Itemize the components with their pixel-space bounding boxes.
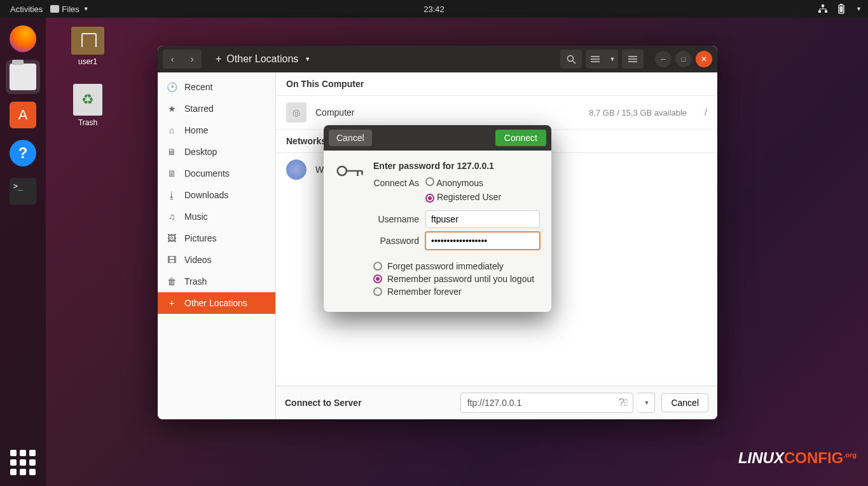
watermark-logo: LINUXCONFIG.org bbox=[738, 449, 857, 467]
view-list-button[interactable] bbox=[586, 50, 605, 69]
forward-button[interactable]: › bbox=[183, 50, 202, 69]
radio-forget[interactable] bbox=[373, 262, 382, 271]
svg-rect-1 bbox=[818, 10, 821, 13]
path-bar[interactable]: + Other Locations ▼ bbox=[209, 51, 317, 67]
sidebar-item-label: Desktop bbox=[184, 147, 217, 157]
sidebar-videos[interactable]: 🎞Videos bbox=[158, 249, 275, 271]
app-menu[interactable]: Files ▼ bbox=[46, 3, 92, 15]
trashbin-icon: 🗑 bbox=[167, 276, 177, 287]
sidebar-recent[interactable]: 🕑Recent bbox=[158, 76, 275, 98]
dialog-header: Cancel Connect bbox=[324, 125, 551, 151]
mount-point: / bbox=[705, 107, 707, 118]
connect-label: Connect to Server bbox=[285, 398, 362, 408]
radio-anonymous[interactable] bbox=[425, 177, 434, 186]
server-address-input[interactable] bbox=[461, 398, 614, 408]
view-group: ▼ bbox=[586, 50, 618, 69]
app-menu-label: Files bbox=[62, 4, 79, 14]
dock-help[interactable]: ? bbox=[6, 136, 40, 170]
document-icon: 🗎 bbox=[167, 168, 177, 179]
dock-firefox[interactable] bbox=[6, 22, 40, 56]
search-button[interactable] bbox=[560, 50, 582, 69]
sidebar-other-locations[interactable]: +Other Locations bbox=[158, 292, 275, 314]
connect-as-label: Connect As bbox=[373, 178, 419, 188]
hamburger-menu[interactable] bbox=[622, 50, 644, 69]
connect-to-server-bar: Connect to Server ?⃝ ▼ Cancel bbox=[276, 386, 717, 419]
row-label: Computer bbox=[315, 107, 354, 118]
view-options-button[interactable]: ▼ bbox=[605, 50, 618, 69]
sidebar-item-label: Documents bbox=[184, 168, 230, 179]
radio-forever[interactable] bbox=[373, 287, 382, 296]
server-address-group: ?⃝ bbox=[460, 393, 634, 413]
disk-size: 8,7 GB / 15,3 GB available bbox=[589, 108, 687, 118]
terminal-icon: >_ bbox=[10, 178, 36, 205]
password-input[interactable] bbox=[425, 232, 540, 250]
harddisk-icon: ◎ bbox=[286, 102, 307, 123]
radio-label: Remember password until you logout bbox=[387, 274, 534, 284]
download-icon: ⭳ bbox=[167, 190, 177, 200]
desktop-icon-label: Trash bbox=[62, 118, 113, 127]
server-history-button[interactable]: ▼ bbox=[637, 393, 655, 413]
password-label: Password bbox=[373, 236, 419, 246]
radio-registered[interactable] bbox=[425, 194, 434, 203]
sidebar-item-label: Music bbox=[184, 212, 208, 222]
radio-label: Forget password immediately bbox=[387, 261, 504, 271]
radio-session[interactable] bbox=[373, 274, 382, 283]
desktop-folder-user1[interactable]: user1 bbox=[62, 27, 113, 66]
sidebar-item-label: Trash bbox=[184, 276, 207, 287]
video-icon: 🎞 bbox=[167, 255, 177, 265]
picture-icon: 🖼 bbox=[167, 233, 177, 243]
svg-point-14 bbox=[338, 166, 347, 175]
home-folder-icon bbox=[71, 27, 104, 55]
clock[interactable]: 23:42 bbox=[424, 4, 444, 14]
chevron-down-icon: ▼ bbox=[83, 6, 89, 12]
files-icon-small bbox=[50, 5, 59, 13]
chevron-down-icon: ▼ bbox=[305, 56, 310, 62]
key-icon bbox=[336, 161, 364, 299]
network-globe-icon bbox=[286, 159, 307, 180]
sidebar-documents[interactable]: 🗎Documents bbox=[158, 163, 275, 184]
desktop-icon: 🖥 bbox=[167, 147, 177, 157]
help-icon[interactable]: ?⃝ bbox=[614, 397, 633, 408]
svg-rect-5 bbox=[840, 6, 843, 12]
back-button[interactable]: ‹ bbox=[163, 50, 182, 69]
svg-line-7 bbox=[573, 61, 575, 64]
svg-rect-2 bbox=[825, 10, 827, 13]
activities-button[interactable]: Activities bbox=[6, 3, 46, 15]
close-button[interactable]: ✕ bbox=[696, 51, 712, 67]
maximize-button[interactable]: □ bbox=[675, 51, 692, 67]
username-label: Username bbox=[373, 214, 419, 224]
sidebar-trash[interactable]: 🗑Trash bbox=[158, 271, 275, 292]
sidebar-music[interactable]: ♫Music bbox=[158, 206, 275, 227]
show-applications[interactable] bbox=[6, 445, 40, 480]
sidebar-item-label: Downloads bbox=[184, 190, 228, 200]
trash-icon: ♻ bbox=[73, 84, 102, 116]
dialog-cancel-button[interactable]: Cancel bbox=[329, 130, 372, 146]
username-input[interactable] bbox=[425, 210, 540, 228]
radio-label: Remember forever bbox=[387, 287, 462, 297]
battery-icon[interactable] bbox=[837, 4, 846, 14]
sidebar-starred[interactable]: ★Starred bbox=[158, 98, 275, 119]
help-icon: ? bbox=[10, 140, 36, 166]
server-cancel-button[interactable]: Cancel bbox=[661, 393, 708, 412]
header-bar: ‹ › + Other Locations ▼ ▼ ─ □ ✕ bbox=[158, 46, 717, 72]
sidebar-item-label: Home bbox=[184, 125, 208, 135]
svg-rect-4 bbox=[840, 4, 843, 5]
dock-software[interactable]: A bbox=[6, 98, 40, 132]
network-icon[interactable] bbox=[818, 4, 828, 13]
desktop-trash[interactable]: ♻ Trash bbox=[62, 84, 113, 127]
sidebar-desktop[interactable]: 🖥Desktop bbox=[158, 141, 275, 163]
radio-label: Anonymous bbox=[436, 178, 483, 188]
dialog-connect-button[interactable]: Connect bbox=[495, 130, 546, 146]
firefox-icon bbox=[10, 25, 36, 52]
minimize-button[interactable]: ─ bbox=[655, 51, 672, 67]
dock-terminal[interactable]: >_ bbox=[6, 174, 40, 208]
system-menu-icon[interactable]: ▼ bbox=[856, 6, 862, 12]
sidebar-pictures[interactable]: 🖼Pictures bbox=[158, 227, 275, 249]
apps-grid-icon bbox=[10, 450, 36, 475]
sidebar-downloads[interactable]: ⭳Downloads bbox=[158, 184, 275, 206]
dock-files[interactable] bbox=[6, 60, 40, 94]
plus-icon: + bbox=[167, 298, 177, 308]
svg-rect-0 bbox=[822, 4, 824, 7]
sidebar-home[interactable]: ⌂Home bbox=[158, 119, 275, 141]
svg-point-6 bbox=[567, 55, 573, 61]
